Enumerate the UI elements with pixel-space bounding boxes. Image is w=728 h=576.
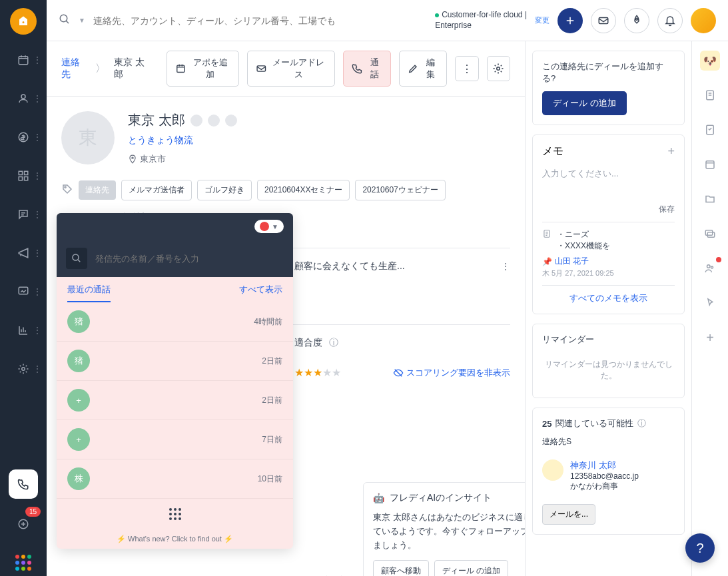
email-button[interactable]: メールアドレス [247,51,335,87]
analytics-icon[interactable]: ⋮ [10,317,37,344]
status-toggle[interactable]: ▼ [254,220,284,233]
conversation-icon[interactable] [700,224,720,244]
save-memo-button[interactable]: 保存 [542,204,675,215]
right-panel: この連絡先にディールを追加する? ディール の追加 メモ + 入力してください.… [525,41,691,576]
tag-item[interactable]: 20210604XXセミナー [257,180,350,200]
svg-point-26 [707,265,711,268]
call-search-icon[interactable] [66,248,87,269]
change-link[interactable]: 変更 [535,15,549,25]
calendar-rail-icon[interactable] [700,154,720,174]
checklist-icon[interactable] [700,120,720,140]
info-icon[interactable]: ⓘ [637,418,646,430]
call-item[interactable]: +7日前 [57,420,293,459]
reports-icon[interactable]: ⋮ [10,278,37,305]
pin-icon: 📌 [542,257,552,266]
show-all-link[interactable]: すべて表示 [239,284,282,302]
reminder-title: リマインダー [542,334,675,346]
settings-icon[interactable]: ⋮ [10,356,37,382]
search-dropdown-icon[interactable]: ▼ [79,17,85,24]
svg-rect-12 [599,17,608,23]
call-item[interactable]: 猪2日前 [57,342,293,381]
edit-button[interactable]: 編集 [399,51,447,87]
bot-icon: 🤖 [373,493,384,503]
more-button[interactable]: ⋮ [455,56,478,81]
add-memo-icon[interactable]: + [667,144,675,158]
toolbar: 連絡先 〉 東京 太郎 アポを追加 メールアドレス 通話 編集 ⋮ [47,41,525,97]
logo-icon[interactable] [10,8,37,35]
svg-point-17 [132,157,133,158]
dialpad-icon[interactable] [169,508,181,520]
contacts-icon[interactable]: ⋮ [10,85,37,112]
contact-location: 東京市 [128,153,510,165]
memo-author[interactable]: 📌山田 花子 [542,256,675,267]
memo-input[interactable]: 入力してください... [542,164,675,204]
add-deal-button[interactable]: ディール の追加 [542,91,627,115]
people-icon[interactable] [700,258,720,278]
tag-placeholder[interactable]: 連絡先 [79,180,116,200]
star-rating: ★★★★★ [294,366,341,379]
call-item[interactable]: 猪4時間前 [57,302,293,342]
mail-button[interactable] [591,8,616,33]
twitter-icon[interactable] [208,115,220,127]
folder-icon[interactable] [700,189,720,209]
info-icon[interactable]: ⓘ [329,337,338,349]
tasks-icon[interactable]: 15 [10,511,37,537]
document-icon[interactable] [700,85,720,105]
notifications-button[interactable] [657,8,683,33]
tag-item[interactable]: メルマガ送信者 [121,180,192,200]
phone-button[interactable] [9,469,38,499]
calendar-icon[interactable]: ⋮ [10,47,37,73]
help-button[interactable]: ? [685,533,715,563]
call-popup: ▼ 最近の通話 すべて表示 猪4時間前 猪2日前 +2日前 +7日前 株10日前… [57,213,293,549]
add-button[interactable] [557,8,583,33]
add-appointment-button[interactable]: アポを追加 [167,51,238,87]
svg-rect-4 [19,171,22,174]
call-item[interactable]: +2日前 [57,381,293,420]
deals-icon[interactable]: ⋮ [10,124,37,150]
recent-calls-tab[interactable]: 最近の通話 [67,284,111,302]
svg-point-18 [65,186,66,187]
facebook-icon[interactable] [190,115,202,127]
toolbar-settings-button[interactable] [487,56,510,81]
whats-new-link[interactable]: ⚡ What's new? Click to find out ⚡ [57,529,293,549]
activity-more-icon[interactable]: ⋮ [501,261,510,272]
call-button[interactable]: 通話 [343,51,391,87]
add-deal-button[interactable]: ディール の追加 [434,560,508,576]
tag-item[interactable]: ゴルフ好き [197,180,252,200]
related-name[interactable]: 神奈川 太郎 [570,459,639,471]
svg-point-9 [22,368,25,371]
products-icon[interactable]: ⋮ [10,162,37,189]
add-rail-icon[interactable]: + [700,328,720,348]
user-avatar[interactable] [691,8,716,33]
svg-rect-5 [25,171,28,174]
rocket-button[interactable] [624,8,649,33]
memo-card: メモ + 入力してください... 保存 ・ニーズ ・XXXX機能を 📌山田 花子… [532,135,685,314]
campaigns-icon[interactable]: ⋮ [10,240,37,266]
svg-point-27 [711,266,713,268]
related-item[interactable]: 神奈川 太郎 12358abc@aacc.jp かながわ商事 [542,453,675,499]
call-time: 7日前 [262,434,282,445]
show-all-memos-link[interactable]: すべてのメモを表示 [542,285,675,304]
svg-point-0 [22,21,25,24]
apps-icon[interactable] [10,549,37,576]
hide-scoring-link[interactable]: スコアリング要因を非表示 [393,367,510,379]
linkedin-icon[interactable] [225,115,237,127]
related-avatar [542,459,563,481]
freddy-bot-icon[interactable]: 🐶 [700,51,720,71]
contact-avatar: 東 [61,111,115,164]
call-search-input[interactable] [95,254,284,264]
deal-prompt: この連絡先にディールを追加する? [542,61,675,85]
pointer-icon[interactable] [700,293,720,313]
search-input[interactable] [93,15,427,26]
search-icon[interactable] [59,13,71,28]
breadcrumb-root[interactable]: 連絡先 [61,57,87,81]
chat-icon[interactable]: ⋮ [10,201,37,228]
related-mail-button[interactable]: メールを... [542,504,595,525]
contact-company[interactable]: とうきょう物流 [128,135,510,146]
call-item[interactable]: 株10日前 [57,459,293,499]
related-company: かながわ商事 [570,481,639,492]
tag-item[interactable]: 20210607ウェビナー [355,180,445,200]
move-customer-button[interactable]: 顧客へ移動 [373,560,429,576]
fit-label: 適合度 [294,337,322,349]
svg-rect-1 [19,57,28,65]
